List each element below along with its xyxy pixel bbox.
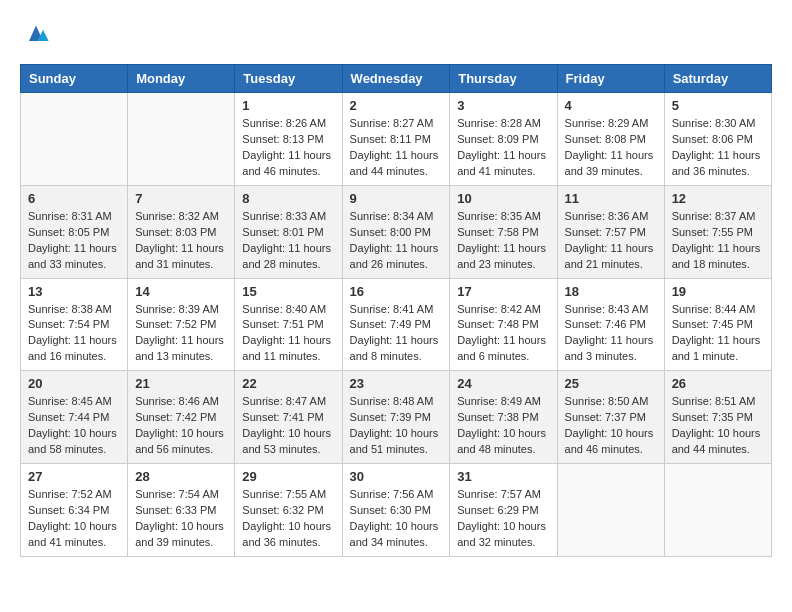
calendar-cell: 25Sunrise: 8:50 AM Sunset: 7:37 PM Dayli… <box>557 371 664 464</box>
day-number: 16 <box>350 284 443 299</box>
calendar-cell: 5Sunrise: 8:30 AM Sunset: 8:06 PM Daylig… <box>664 93 771 186</box>
logo-icon <box>22 20 50 48</box>
day-number: 14 <box>135 284 227 299</box>
weekday-header-sunday: Sunday <box>21 65 128 93</box>
day-info: Sunrise: 8:49 AM Sunset: 7:38 PM Dayligh… <box>457 394 549 458</box>
day-number: 11 <box>565 191 657 206</box>
calendar-cell <box>664 464 771 557</box>
day-number: 17 <box>457 284 549 299</box>
calendar-cell: 2Sunrise: 8:27 AM Sunset: 8:11 PM Daylig… <box>342 93 450 186</box>
calendar-cell: 10Sunrise: 8:35 AM Sunset: 7:58 PM Dayli… <box>450 185 557 278</box>
calendar-cell: 11Sunrise: 8:36 AM Sunset: 7:57 PM Dayli… <box>557 185 664 278</box>
day-info: Sunrise: 8:34 AM Sunset: 8:00 PM Dayligh… <box>350 209 443 273</box>
day-info: Sunrise: 8:51 AM Sunset: 7:35 PM Dayligh… <box>672 394 764 458</box>
day-info: Sunrise: 8:50 AM Sunset: 7:37 PM Dayligh… <box>565 394 657 458</box>
day-number: 22 <box>242 376 334 391</box>
day-info: Sunrise: 8:33 AM Sunset: 8:01 PM Dayligh… <box>242 209 334 273</box>
day-info: Sunrise: 8:41 AM Sunset: 7:49 PM Dayligh… <box>350 302 443 366</box>
calendar-cell <box>557 464 664 557</box>
calendar-cell: 12Sunrise: 8:37 AM Sunset: 7:55 PM Dayli… <box>664 185 771 278</box>
calendar-cell: 17Sunrise: 8:42 AM Sunset: 7:48 PM Dayli… <box>450 278 557 371</box>
day-number: 18 <box>565 284 657 299</box>
weekday-header-friday: Friday <box>557 65 664 93</box>
day-info: Sunrise: 8:29 AM Sunset: 8:08 PM Dayligh… <box>565 116 657 180</box>
day-info: Sunrise: 7:55 AM Sunset: 6:32 PM Dayligh… <box>242 487 334 551</box>
calendar-cell: 16Sunrise: 8:41 AM Sunset: 7:49 PM Dayli… <box>342 278 450 371</box>
day-info: Sunrise: 8:46 AM Sunset: 7:42 PM Dayligh… <box>135 394 227 458</box>
day-number: 21 <box>135 376 227 391</box>
day-number: 2 <box>350 98 443 113</box>
calendar-cell: 29Sunrise: 7:55 AM Sunset: 6:32 PM Dayli… <box>235 464 342 557</box>
day-info: Sunrise: 8:45 AM Sunset: 7:44 PM Dayligh… <box>28 394 120 458</box>
day-info: Sunrise: 8:30 AM Sunset: 8:06 PM Dayligh… <box>672 116 764 180</box>
day-info: Sunrise: 8:37 AM Sunset: 7:55 PM Dayligh… <box>672 209 764 273</box>
calendar-cell: 30Sunrise: 7:56 AM Sunset: 6:30 PM Dayli… <box>342 464 450 557</box>
calendar-cell: 4Sunrise: 8:29 AM Sunset: 8:08 PM Daylig… <box>557 93 664 186</box>
day-number: 23 <box>350 376 443 391</box>
page-header <box>20 20 772 48</box>
day-number: 26 <box>672 376 764 391</box>
calendar-cell: 21Sunrise: 8:46 AM Sunset: 7:42 PM Dayli… <box>128 371 235 464</box>
calendar-cell: 27Sunrise: 7:52 AM Sunset: 6:34 PM Dayli… <box>21 464 128 557</box>
weekday-header-monday: Monday <box>128 65 235 93</box>
day-number: 27 <box>28 469 120 484</box>
day-number: 29 <box>242 469 334 484</box>
day-number: 7 <box>135 191 227 206</box>
day-info: Sunrise: 7:54 AM Sunset: 6:33 PM Dayligh… <box>135 487 227 551</box>
calendar-cell: 3Sunrise: 8:28 AM Sunset: 8:09 PM Daylig… <box>450 93 557 186</box>
logo <box>20 20 50 48</box>
calendar-cell: 1Sunrise: 8:26 AM Sunset: 8:13 PM Daylig… <box>235 93 342 186</box>
week-row-3: 13Sunrise: 8:38 AM Sunset: 7:54 PM Dayli… <box>21 278 772 371</box>
calendar-cell: 14Sunrise: 8:39 AM Sunset: 7:52 PM Dayli… <box>128 278 235 371</box>
calendar-cell: 13Sunrise: 8:38 AM Sunset: 7:54 PM Dayli… <box>21 278 128 371</box>
day-number: 13 <box>28 284 120 299</box>
day-info: Sunrise: 8:40 AM Sunset: 7:51 PM Dayligh… <box>242 302 334 366</box>
day-number: 8 <box>242 191 334 206</box>
day-number: 10 <box>457 191 549 206</box>
day-info: Sunrise: 8:43 AM Sunset: 7:46 PM Dayligh… <box>565 302 657 366</box>
calendar-cell: 15Sunrise: 8:40 AM Sunset: 7:51 PM Dayli… <box>235 278 342 371</box>
calendar-cell: 6Sunrise: 8:31 AM Sunset: 8:05 PM Daylig… <box>21 185 128 278</box>
day-info: Sunrise: 8:44 AM Sunset: 7:45 PM Dayligh… <box>672 302 764 366</box>
day-info: Sunrise: 7:56 AM Sunset: 6:30 PM Dayligh… <box>350 487 443 551</box>
day-number: 4 <box>565 98 657 113</box>
day-number: 6 <box>28 191 120 206</box>
calendar-cell: 8Sunrise: 8:33 AM Sunset: 8:01 PM Daylig… <box>235 185 342 278</box>
calendar-cell: 24Sunrise: 8:49 AM Sunset: 7:38 PM Dayli… <box>450 371 557 464</box>
day-info: Sunrise: 8:36 AM Sunset: 7:57 PM Dayligh… <box>565 209 657 273</box>
day-number: 12 <box>672 191 764 206</box>
day-info: Sunrise: 7:52 AM Sunset: 6:34 PM Dayligh… <box>28 487 120 551</box>
calendar-table: SundayMondayTuesdayWednesdayThursdayFrid… <box>20 64 772 557</box>
day-number: 24 <box>457 376 549 391</box>
calendar-cell <box>21 93 128 186</box>
day-number: 25 <box>565 376 657 391</box>
weekday-header-thursday: Thursday <box>450 65 557 93</box>
day-info: Sunrise: 8:35 AM Sunset: 7:58 PM Dayligh… <box>457 209 549 273</box>
calendar-cell: 20Sunrise: 8:45 AM Sunset: 7:44 PM Dayli… <box>21 371 128 464</box>
day-info: Sunrise: 8:38 AM Sunset: 7:54 PM Dayligh… <box>28 302 120 366</box>
day-number: 30 <box>350 469 443 484</box>
day-number: 5 <box>672 98 764 113</box>
day-info: Sunrise: 8:32 AM Sunset: 8:03 PM Dayligh… <box>135 209 227 273</box>
day-number: 31 <box>457 469 549 484</box>
calendar-cell <box>128 93 235 186</box>
day-info: Sunrise: 8:42 AM Sunset: 7:48 PM Dayligh… <box>457 302 549 366</box>
calendar-cell: 22Sunrise: 8:47 AM Sunset: 7:41 PM Dayli… <box>235 371 342 464</box>
calendar-cell: 9Sunrise: 8:34 AM Sunset: 8:00 PM Daylig… <box>342 185 450 278</box>
day-number: 28 <box>135 469 227 484</box>
day-info: Sunrise: 8:28 AM Sunset: 8:09 PM Dayligh… <box>457 116 549 180</box>
calendar-cell: 18Sunrise: 8:43 AM Sunset: 7:46 PM Dayli… <box>557 278 664 371</box>
day-info: Sunrise: 7:57 AM Sunset: 6:29 PM Dayligh… <box>457 487 549 551</box>
week-row-4: 20Sunrise: 8:45 AM Sunset: 7:44 PM Dayli… <box>21 371 772 464</box>
calendar-cell: 26Sunrise: 8:51 AM Sunset: 7:35 PM Dayli… <box>664 371 771 464</box>
day-info: Sunrise: 8:26 AM Sunset: 8:13 PM Dayligh… <box>242 116 334 180</box>
day-number: 9 <box>350 191 443 206</box>
day-number: 15 <box>242 284 334 299</box>
day-number: 19 <box>672 284 764 299</box>
weekday-header-saturday: Saturday <box>664 65 771 93</box>
calendar-cell: 19Sunrise: 8:44 AM Sunset: 7:45 PM Dayli… <box>664 278 771 371</box>
week-row-5: 27Sunrise: 7:52 AM Sunset: 6:34 PM Dayli… <box>21 464 772 557</box>
day-info: Sunrise: 8:31 AM Sunset: 8:05 PM Dayligh… <box>28 209 120 273</box>
calendar-cell: 28Sunrise: 7:54 AM Sunset: 6:33 PM Dayli… <box>128 464 235 557</box>
day-info: Sunrise: 8:48 AM Sunset: 7:39 PM Dayligh… <box>350 394 443 458</box>
